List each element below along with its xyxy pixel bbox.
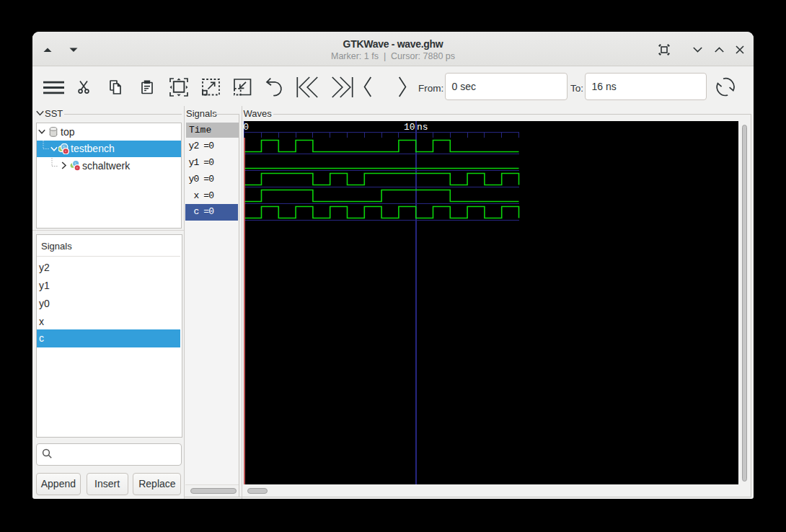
svg-text:0: 0 [244,122,249,133]
svg-text:10: 10 [404,122,415,133]
svg-text:ns: ns [417,122,428,133]
